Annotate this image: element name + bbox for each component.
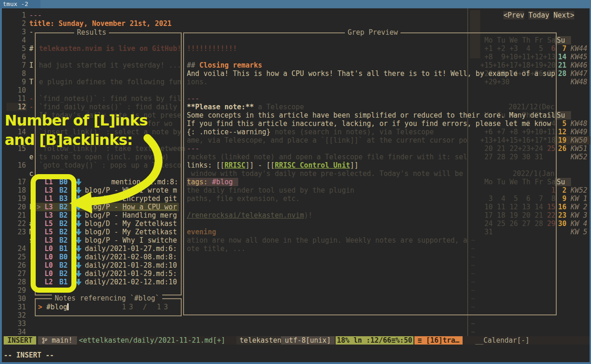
annotation-highlight-box	[31, 174, 76, 293]
calendar-week-number: KW44	[571, 44, 587, 53]
buffer-char: -	[29, 94, 33, 103]
window-edge-bottom	[0, 362, 591, 364]
text-cursor	[67, 303, 69, 310]
preview-line: {: .notice--warning} notes (search in no…	[187, 128, 555, 136]
preview-line: /renerocksai/telekasten.nvim)!	[187, 211, 555, 220]
preview-line: ---	[187, 144, 555, 153]
ruler-segment: 18% ln :12/66≡%:50	[336, 336, 413, 345]
bleed-text: for wo	[147, 119, 172, 128]
preview-line	[187, 36, 555, 44]
calendar-week-number: KW52	[571, 153, 587, 161]
git-branch-label: main!	[51, 336, 72, 345]
result-text: blog/D - My Zettelkast	[85, 228, 177, 236]
line-number: 22	[7, 220, 26, 228]
calendar-week-number: KW 5	[571, 228, 587, 236]
line-number: 1	[7, 11, 26, 19]
preview-line	[187, 220, 555, 228]
preview-line: the daily finder tool used by the plugin	[187, 186, 555, 195]
terminal-screen: tmux -2 ---title: Sunday, November 21st,…	[0, 0, 591, 364]
calendar-week-number: KW46	[571, 61, 587, 69]
statusline: INSERT main! <ettelkasten/daily/2021-11-…	[2, 336, 590, 345]
prompt-input[interactable]: > #blog	[38, 303, 69, 311]
line-number: 24	[7, 245, 26, 253]
line-number: 34	[7, 328, 26, 336]
preview-line: ation are now all done in the plugin. We…	[187, 236, 555, 245]
line-number: 12	[7, 103, 26, 111]
bleed-text: `find_daily_notes()` : find daily	[39, 103, 177, 111]
result-text: blog/P - How a CPU wor	[85, 203, 177, 211]
empty-line-tilde: ~	[471, 320, 475, 328]
buffer-char: -	[29, 28, 33, 36]
buffer-char: -	[29, 103, 33, 111]
file-path[interactable]: <ettelkasten/daily/2021-11-21.md[+]	[79, 336, 225, 345]
line-number: 30	[7, 295, 26, 303]
result-text: blog/P - Encrypted git	[85, 195, 177, 203]
grep-preview-title: Grep Preview	[345, 28, 400, 37]
window-titlebar[interactable]: tmux -2	[0, 0, 591, 8]
buffer-char: T	[29, 78, 33, 86]
calendar-today-button[interactable]: Today	[528, 11, 549, 19]
calendar-week-number: KW 1	[571, 195, 587, 203]
line-number: 6	[7, 53, 26, 61]
result-text: daily/2021-01-28.md:10	[85, 261, 177, 270]
result-text: mention it.md:8:	[111, 178, 178, 186]
prompt-caret: >	[38, 303, 42, 311]
preview-line	[187, 53, 555, 61]
preview-line: **Please note:** a Telescope	[187, 103, 555, 111]
encoding-segment: utf-8[unix]	[281, 336, 335, 345]
preview-line: window with today's daily note pre-selec…	[187, 169, 555, 178]
line-number: 25	[7, 253, 26, 261]
preview-line: tags: #blog	[187, 178, 555, 186]
preview-line	[187, 203, 555, 211]
line-number: 32	[7, 311, 26, 320]
bleed-text: telekasten.nvim is live on GitHub!	[39, 44, 181, 53]
line-number: 23	[7, 228, 26, 236]
preview-line: rackets (linked note) and open a Telesco…	[187, 153, 555, 161]
preview-line: ---	[187, 94, 555, 103]
line-number: 7	[7, 61, 26, 69]
bleed-text: ts note to open (incl. preview)	[39, 153, 169, 161]
calendar-next-button[interactable]: Next>	[553, 11, 574, 19]
result-text: daily/2021-01-27.md:6:	[85, 245, 177, 253]
calendar-week-number: KW52	[571, 186, 587, 195]
line-number: 9	[7, 78, 26, 86]
calendar-sunday-header: Su	[555, 111, 571, 119]
buffer-char: I	[29, 61, 33, 69]
calendar-week-number: KW51	[571, 144, 587, 153]
calendar-prev-button[interactable]: <Prev	[503, 11, 524, 19]
line-number: 31	[7, 303, 26, 311]
calendar-week-number: KW49	[571, 128, 587, 136]
preview-line: evening	[187, 228, 555, 236]
preview-line: !!!!!!!!!!!!	[187, 44, 555, 53]
line-number: 3	[7, 28, 26, 36]
calendar-week-number: KW48	[571, 119, 587, 128]
line-number: 18	[7, 186, 26, 195]
tmux-window-title: tmux -2	[0, 0, 40, 8]
result-text: blog/P - Handling merg	[85, 211, 177, 220]
preview-line: If you find this article inaccurate, lac…	[187, 119, 555, 128]
calendar-week-number: KW50	[571, 136, 587, 144]
line-number: 16	[7, 161, 26, 169]
line-number: 11	[7, 94, 26, 103]
bleed-text: had just started it yesterday! ...	[39, 61, 181, 69]
line-number: 8	[7, 69, 26, 78]
filetype-segment: telekasten	[236, 336, 285, 345]
line-number: 19	[7, 195, 26, 203]
line-number: 21	[7, 211, 26, 220]
line-number: 27	[7, 270, 26, 278]
calendar-buffer-label[interactable]: __Calendar[-]	[475, 336, 529, 345]
git-branch-segment[interactable]: main!	[38, 336, 77, 345]
calendar-week-number: KW 4	[571, 220, 587, 228]
preview-line: Some concepts in this article have been …	[187, 111, 555, 119]
calendar-sunday-header: Su	[555, 178, 571, 186]
annotation-text-line1: Number of [L]inks	[5, 111, 147, 130]
preview-line: And voila! This is how a CPU works! That…	[187, 69, 555, 78]
line-number: 4	[7, 36, 26, 44]
calendar-sunday-header: Su	[555, 36, 571, 44]
bleed-text: `find_notes()` : find notes by fil	[39, 94, 181, 103]
preview-line: ions.	[187, 78, 555, 86]
empty-line-tilde: ~	[471, 328, 475, 336]
calendar-week-number: KW45	[571, 53, 587, 61]
git-branch-icon	[42, 336, 47, 345]
result-counter: 13 / 13	[122, 303, 171, 311]
